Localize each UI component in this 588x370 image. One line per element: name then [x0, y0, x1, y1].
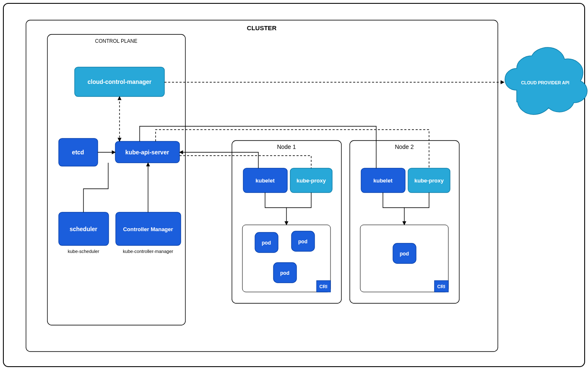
- node2-cri-label: CRI: [437, 284, 445, 289]
- node1-title: Node 1: [277, 143, 296, 150]
- diagram-canvas: CLUSTER CONTROL PLANE cloud-control-mana…: [0, 0, 588, 370]
- node1-pod2-label: pod: [298, 239, 307, 245]
- cluster-title: CLUSTER: [247, 24, 277, 31]
- node2-pod1-label: pod: [400, 251, 409, 257]
- scheduler-label: scheduler: [70, 226, 98, 232]
- node2-kubeproxy-label: kube-proxy: [414, 177, 444, 184]
- controller-manager-sub: kube-controller-manager: [123, 249, 173, 254]
- node1-cri-label: CRI: [320, 284, 328, 289]
- node1-kubeproxy-label: kube-proxy: [297, 177, 326, 184]
- node2-title: Node 2: [395, 143, 414, 150]
- cloud-label: CLOUD PROVIDER API: [521, 80, 569, 85]
- node1-pod1-label: pod: [262, 240, 271, 246]
- node1-pod3-label: pod: [280, 270, 289, 276]
- node2-kubelet-label: kubelet: [373, 177, 393, 184]
- etcd-label: etcd: [72, 149, 84, 156]
- scheduler-sub: kube-scheduler: [68, 249, 99, 254]
- cloud-control-manager-label: cloud-control-manager: [88, 78, 152, 85]
- controller-manager-label: Controller Manager: [123, 226, 173, 232]
- node1-kubelet-label: kubelet: [255, 177, 275, 184]
- kube-api-server-label: kube-api-server: [125, 149, 169, 156]
- control-plane-title: CONTROL PLANE: [95, 38, 138, 44]
